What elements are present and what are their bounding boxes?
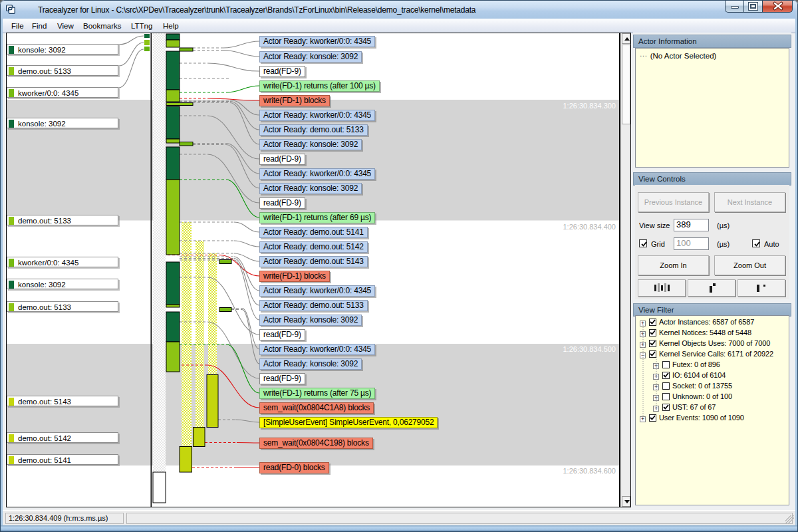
svg-text:1:26:30.834.500: 1:26:30.834.500 bbox=[563, 345, 616, 353]
svg-text:1:26:30.834.400: 1:26:30.834.400 bbox=[563, 223, 616, 231]
svg-text:1:26:30.834.600: 1:26:30.834.600 bbox=[563, 467, 616, 475]
svg-text:1:26:30.834.300: 1:26:30.834.300 bbox=[563, 102, 616, 110]
